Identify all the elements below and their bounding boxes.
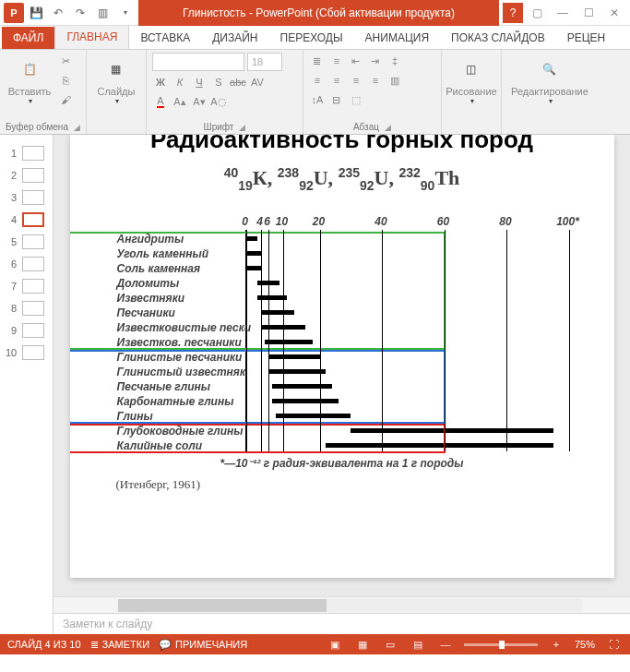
slides-button[interactable]: ▦ Слайды ▾ [92, 53, 140, 107]
text-direction-icon[interactable]: ↕A [309, 91, 326, 108]
format-painter-icon[interactable]: 🖌 [57, 91, 74, 108]
xtick: 10 [276, 215, 288, 228]
hscroll-thumb[interactable] [118, 599, 327, 612]
numbering-icon[interactable]: ≡ [328, 53, 345, 69]
tab-review[interactable]: РЕЦЕН [556, 27, 617, 49]
tab-home[interactable]: ГЛАВНАЯ [54, 26, 129, 49]
reading-view-icon[interactable]: ▭ [381, 637, 399, 652]
tab-insert[interactable]: ВСТАВКА [129, 27, 201, 49]
tab-design[interactable]: ДИЗАЙН [201, 27, 268, 49]
columns-icon[interactable]: ▥ [386, 72, 403, 89]
app-icon[interactable]: P [4, 3, 24, 23]
zoom-out-icon[interactable]: — [436, 637, 455, 652]
font-size-input[interactable] [247, 53, 282, 71]
cut-icon[interactable]: ✂ [57, 53, 74, 69]
align-center-icon[interactable]: ≡ [328, 72, 345, 89]
thumbnail-2[interactable]: 2 [0, 164, 53, 186]
notes-toggle[interactable]: ≣ ЗАМЕТКИ [90, 639, 150, 651]
slideshow-view-icon[interactable]: ▤ [409, 637, 427, 652]
comments-toggle[interactable]: 💬 ПРИМЕЧАНИЯ [159, 639, 247, 651]
thumbnail-3[interactable]: 3 [0, 186, 53, 209]
shrink-font-icon[interactable]: A▾ [191, 93, 208, 110]
line-spacing-icon[interactable]: ‡ [386, 53, 403, 69]
paste-button[interactable]: 📋 Вставить ▾ [6, 53, 53, 107]
slide-counter[interactable]: СЛАЙД 4 ИЗ 10 [7, 639, 81, 650]
ribbon-tabs: ФАЙЛ ГЛАВНАЯ ВСТАВКА ДИЗАЙН ПЕРЕХОДЫ АНИ… [0, 26, 630, 50]
zoom-level[interactable]: 75% [575, 639, 595, 650]
align-left-icon[interactable]: ≡ [309, 72, 326, 89]
paste-label: Вставить [8, 86, 52, 97]
strike-icon[interactable]: abc [230, 74, 246, 90]
italic-icon[interactable]: К [172, 74, 188, 90]
start-slideshow-icon[interactable]: ▥ [92, 3, 113, 23]
smartart-icon[interactable]: ⬚ [348, 91, 364, 108]
thumbnail-8[interactable]: 8 [0, 297, 53, 319]
thumbnail-5[interactable]: 5 [0, 231, 53, 253]
thumbnail-4[interactable]: 4 [0, 209, 53, 231]
chart-citation: (Итенберг, 1961) [116, 477, 568, 492]
qat-dropdown-icon[interactable]: ▾ [114, 3, 135, 23]
group-label-font: Шрифт [204, 122, 234, 132]
paragraph-launcher-icon[interactable]: ◢ [385, 123, 391, 132]
close-icon[interactable]: ✕ [602, 3, 626, 23]
drawing-button[interactable]: ◫ Рисование ▾ [447, 53, 495, 107]
clipboard-launcher-icon[interactable]: ◢ [74, 123, 80, 132]
minimize-icon[interactable]: — [551, 3, 575, 23]
shapes-icon: ◫ [457, 54, 486, 84]
status-bar: СЛАЙД 4 ИЗ 10 ≣ ЗАМЕТКИ 💬 ПРИМЕЧАНИЯ ▣ ▦… [0, 634, 630, 654]
indent-inc-icon[interactable]: ⇥ [367, 53, 384, 69]
thumbnail-6[interactable]: 6 [0, 253, 53, 275]
tab-file[interactable]: ФАЙЛ [2, 27, 54, 49]
save-icon[interactable]: 💾 [26, 3, 46, 23]
ribbon-options-icon[interactable]: ▢ [525, 3, 549, 23]
quick-access-toolbar: P 💾 ↶ ↷ ▥ ▾ [0, 3, 138, 23]
font-launcher-icon[interactable]: ◢ [239, 123, 245, 132]
zoom-in-icon[interactable]: + [547, 637, 565, 652]
maximize-icon[interactable]: ☐ [577, 3, 600, 23]
notes-placeholder: Заметки к слайду [63, 618, 152, 630]
spacing-icon[interactable]: AV [249, 74, 266, 90]
thumb-preview [22, 345, 44, 360]
normal-view-icon[interactable]: ▣ [326, 637, 344, 652]
copy-icon[interactable]: ⎘ [57, 72, 74, 89]
redo-icon[interactable]: ↷ [70, 3, 90, 23]
shadow-icon[interactable]: S [210, 74, 227, 90]
chart-row-label: Известковистые пески [117, 321, 246, 334]
chart-row-label: Калийные соли [117, 439, 246, 452]
indent-dec-icon[interactable]: ⇤ [348, 53, 364, 69]
justify-icon[interactable]: ≡ [367, 72, 384, 89]
thumbnail-1[interactable]: 1 [0, 142, 53, 164]
thumbnail-10[interactable]: 10 [0, 342, 53, 364]
bullets-icon[interactable]: ≣ [309, 53, 326, 69]
undo-icon[interactable]: ↶ [48, 3, 68, 23]
notes-pane[interactable]: Заметки к слайду [53, 613, 630, 634]
hscroll-track[interactable] [118, 599, 582, 612]
group-label-paragraph: Абзац [353, 122, 379, 132]
horizontal-scrollbar[interactable] [53, 596, 630, 613]
slide-canvas[interactable]: Радиоактивность горных пород 4019К, 2389… [53, 135, 630, 596]
font-name-input[interactable] [152, 53, 244, 71]
grow-font-icon[interactable]: A▴ [172, 93, 188, 110]
underline-icon[interactable]: Ч [191, 74, 208, 90]
zoom-slider[interactable] [464, 643, 538, 646]
align-text-icon[interactable]: ⊟ [328, 91, 345, 108]
slide-thumbnails[interactable]: 12345678910 [0, 135, 53, 634]
title-bar: P 💾 ↶ ↷ ▥ ▾ Глинистость - PowerPoint (Сб… [0, 0, 630, 26]
chart-row: Ангидриты [117, 232, 568, 246]
clear-format-icon[interactable]: A◌ [210, 93, 227, 110]
thumbnail-9[interactable]: 9 [0, 319, 53, 342]
xtick: 100* [556, 215, 579, 228]
align-right-icon[interactable]: ≡ [348, 72, 364, 89]
tab-animations[interactable]: АНИМАЦИЯ [354, 27, 440, 49]
chart-row-label: Глины [117, 410, 246, 423]
thumbnail-7[interactable]: 7 [0, 275, 53, 297]
tab-transitions[interactable]: ПЕРЕХОДЫ [269, 27, 354, 49]
sorter-view-icon[interactable]: ▦ [353, 637, 372, 652]
bold-icon[interactable]: Ж [152, 74, 169, 90]
help-icon[interactable]: ? [503, 3, 523, 23]
chart-row: Соль каменная [117, 261, 568, 276]
tab-slideshow[interactable]: ПОКАЗ СЛАЙДОВ [440, 27, 556, 49]
editing-button[interactable]: 🔍 Редактирование ▾ [507, 53, 592, 107]
font-color-icon[interactable]: A [152, 93, 169, 110]
fit-window-icon[interactable]: ⛶ [604, 637, 623, 652]
